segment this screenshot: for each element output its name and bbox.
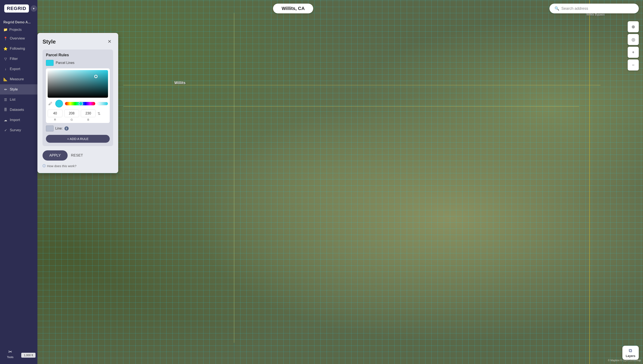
rgb-g-field: G (64, 110, 79, 121)
rgb-arrows-field: ⇅ (97, 110, 101, 121)
sidebar-item-survey[interactable]: ✓ Survey (0, 125, 38, 135)
rgb-b-input[interactable] (81, 110, 96, 117)
panel-header: Style ✕ (43, 38, 113, 45)
action-row: APPLY RESET (43, 150, 113, 160)
sidebar-projects[interactable]: 📁 Projects (0, 26, 38, 33)
rgb-r-input[interactable] (48, 110, 63, 117)
sidebar-label-list: List (10, 98, 15, 102)
sidebar-item-following[interactable]: ⭐ Following (0, 44, 38, 54)
logo-dropdown-button[interactable]: ▾ (31, 5, 37, 12)
sidebar-title: Regrid Demo A... (0, 17, 38, 26)
location-icon: 📍 (4, 36, 8, 40)
star-icon: ⭐ (4, 47, 8, 51)
close-button[interactable]: ✕ (106, 38, 113, 45)
sidebar-item-export[interactable]: ↓ Export (0, 64, 38, 74)
sidebar-label-filter: Filter (10, 57, 18, 61)
color-picker-cursor[interactable] (94, 75, 98, 78)
current-color-preview (55, 100, 63, 108)
hue-bar[interactable] (65, 102, 95, 105)
line-row: Line: ℹ (46, 126, 110, 132)
folder-icon: 📁 (4, 28, 8, 32)
sidebar-item-datasets[interactable]: 🗄 Datasets (0, 105, 38, 115)
search-bar[interactable]: 🔍 Search address (549, 4, 639, 14)
help-text: How does this work? (47, 164, 76, 168)
chevron-down-icon: ▾ (33, 7, 35, 10)
search-placeholder: Search address (561, 6, 588, 11)
compass-button[interactable]: ⊕ (628, 21, 639, 32)
apply-button[interactable]: APPLY (43, 150, 68, 160)
parcel-rules-section: Parcel Rules Parcel Lines 🖊 (43, 50, 113, 146)
scale-label: 1,000 ft (24, 354, 33, 357)
parcel-lines-row: Parcel Lines (46, 60, 110, 66)
rgb-g-label: G (71, 118, 73, 121)
sidebar-item-import[interactable]: ☁ Import (0, 115, 38, 125)
sidebar-label-datasets: Datasets (10, 108, 24, 112)
opacity-bar[interactable] (97, 102, 108, 105)
survey-icon: ✓ (4, 128, 8, 132)
parcel-lines-color-swatch[interactable] (46, 60, 54, 66)
datasets-icon: 🗄 (4, 108, 8, 112)
rgb-inputs: R G B ⇅ (48, 110, 108, 121)
panel-title: Style (43, 38, 56, 45)
logo-text: REGRID (7, 6, 26, 11)
style-panel: Style ✕ Parcel Rules Parcel Lines 🖊 (38, 33, 118, 173)
rgb-r-field: R (48, 110, 63, 121)
tools-icon: ✂ (8, 349, 12, 355)
logo-box[interactable]: REGRID (4, 4, 29, 12)
info-icon[interactable]: ℹ (64, 126, 69, 130)
style-icon: ✏ (4, 88, 8, 92)
header: REGRID ▾ Willits, CA 🔍 Search address (0, 0, 643, 17)
eyedropper-button[interactable]: 🖊 (48, 101, 53, 107)
sidebar-item-style[interactable]: ✏ Style (0, 84, 38, 94)
rgb-r-label: R (54, 118, 56, 121)
sidebar-item-overview[interactable]: 📍 Overview (0, 33, 38, 44)
tools-button[interactable]: ✂ Tools (3, 346, 18, 362)
logo-area: REGRID ▾ (4, 4, 37, 12)
help-row[interactable]: ⓘ How does this work? (43, 164, 113, 168)
sidebar-label-survey: Survey (10, 128, 21, 132)
city-label[interactable]: Willits, CA (273, 4, 313, 14)
sidebar: Regrid Demo A... 📁 Projects 📍 Overview ⭐… (0, 0, 38, 364)
layers-icon: ⧉ (629, 348, 632, 354)
list-icon: ☰ (4, 98, 8, 102)
sidebar-label-following: Following (10, 46, 25, 51)
rgb-b-field: B (81, 110, 96, 121)
color-picker[interactable]: 🖊 R G B (46, 68, 110, 123)
layers-button[interactable]: ⧉ Layers (622, 346, 639, 360)
add-rule-button[interactable]: + ADD A RULE (46, 135, 110, 143)
scale-bar: 1,000 ft (21, 353, 36, 358)
sidebar-label-measure: Measure (10, 77, 24, 81)
parcel-lines-label: Parcel Lines (56, 61, 74, 65)
projects-label: Projects (9, 28, 22, 32)
export-icon: ↓ (4, 67, 8, 71)
sidebar-label-import: Import (10, 118, 20, 122)
zoom-out-button[interactable]: − (628, 60, 639, 70)
reset-button[interactable]: RESET (71, 153, 83, 158)
filter-icon: ▽ (4, 57, 8, 61)
hue-cursor[interactable] (79, 102, 83, 106)
sidebar-label-overview: Overview (10, 36, 25, 40)
tools-label: Tools (7, 356, 14, 359)
sidebar-item-list[interactable]: ☰ List (0, 94, 38, 105)
import-icon: ☁ (4, 118, 8, 122)
line-label: Line: (55, 126, 63, 130)
rgb-b-label: B (87, 118, 89, 121)
zoom-in-button[interactable]: + (628, 47, 639, 58)
line-color-swatch[interactable] (46, 126, 54, 132)
color-gradient-canvas[interactable] (48, 70, 108, 98)
nav-controls: ⊕ ◎ + − (628, 21, 639, 70)
sidebar-item-filter[interactable]: ▽ Filter (0, 54, 38, 64)
sidebar-label-export: Export (10, 67, 20, 71)
help-icon: ⓘ (43, 164, 46, 168)
search-icon: 🔍 (555, 6, 559, 11)
parcel-rules-title: Parcel Rules (46, 53, 110, 57)
location-button[interactable]: ◎ (628, 34, 639, 45)
rgb-g-input[interactable] (64, 110, 79, 117)
rgb-arrows-icon: ⇅ (97, 111, 101, 116)
sidebar-item-measure[interactable]: 📐 Measure (0, 74, 38, 84)
layers-label: Layers (626, 354, 635, 358)
measure-icon: 📐 (4, 77, 8, 81)
picker-bottom-row: 🖊 (48, 100, 108, 108)
sidebar-label-style: Style (10, 87, 18, 92)
